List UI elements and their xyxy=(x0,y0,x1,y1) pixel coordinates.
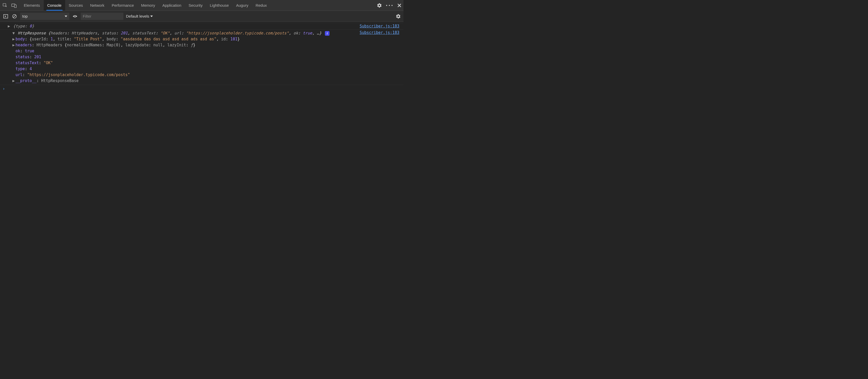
settings-gear-icon[interactable] xyxy=(377,3,382,8)
source-link[interactable]: Subscriber.js:183 xyxy=(360,24,399,28)
console-prompt[interactable]: › xyxy=(0,85,403,93)
more-menu-icon[interactable]: ••• xyxy=(385,3,394,7)
tab-application[interactable]: Application xyxy=(159,0,185,10)
tab-redux[interactable]: Redux xyxy=(252,0,270,10)
clear-console-icon[interactable] xyxy=(11,13,18,20)
console-messages: Subscriber.js:183 ▶ {type: 0} Subscriber… xyxy=(0,22,403,93)
expand-icon[interactable]: ▶ xyxy=(12,36,15,42)
tab-memory[interactable]: Memory xyxy=(137,0,159,10)
tab-network[interactable]: Network xyxy=(87,0,108,10)
tab-lighthouse[interactable]: Lighthouse xyxy=(206,0,232,10)
toggle-sidebar-icon[interactable] xyxy=(3,13,9,20)
tab-elements[interactable]: Elements xyxy=(20,0,44,10)
filter-input[interactable] xyxy=(81,13,123,20)
tab-console[interactable]: Console xyxy=(44,0,65,10)
expand-icon[interactable]: ▶ xyxy=(12,78,15,84)
info-badge-icon[interactable]: i xyxy=(325,31,330,36)
live-expression-icon[interactable] xyxy=(72,13,78,20)
console-message: Subscriber.js:183 ▶ {type: 0} xyxy=(0,23,403,30)
svg-rect-0 xyxy=(3,3,6,6)
tab-security[interactable]: Security xyxy=(185,0,206,10)
console-toolbar: top Default levels xyxy=(0,11,403,22)
devtools-tabbar: Elements Console Sources Network Perform… xyxy=(0,0,403,11)
console-settings-icon[interactable] xyxy=(396,14,401,19)
inspect-element-icon[interactable] xyxy=(2,2,9,9)
svg-rect-2 xyxy=(14,5,16,7)
close-devtools-icon[interactable] xyxy=(397,3,401,7)
device-toggle-icon[interactable] xyxy=(10,2,18,9)
expand-icon[interactable]: ▶ xyxy=(12,42,15,48)
expand-icon[interactable]: ▶ xyxy=(8,24,10,28)
console-message-expanded: Subscriber.js:183 ▼ HttpResponse {header… xyxy=(0,30,403,85)
log-levels-select[interactable]: Default levels xyxy=(126,14,153,19)
tab-augury[interactable]: Augury xyxy=(232,0,252,10)
panel-tabs: Elements Console Sources Network Perform… xyxy=(20,0,271,10)
tab-performance[interactable]: Performance xyxy=(108,0,137,10)
collapse-icon[interactable]: ▼ xyxy=(12,30,15,36)
tab-sources[interactable]: Sources xyxy=(65,0,87,10)
execution-context-select[interactable]: top xyxy=(20,13,69,20)
source-link[interactable]: Subscriber.js:183 xyxy=(360,30,399,35)
